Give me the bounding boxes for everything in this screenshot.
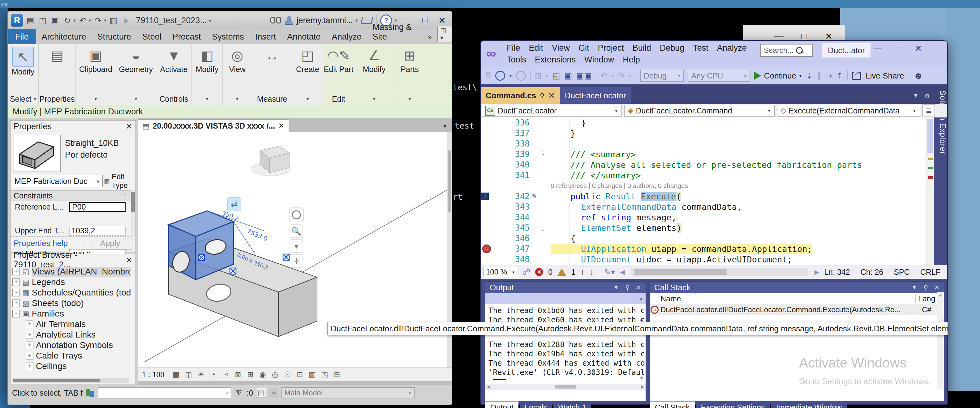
- expand-icon[interactable]: +: [13, 289, 20, 297]
- code-line[interactable]: 346{: [481, 233, 926, 244]
- glyph-margin[interactable]: [481, 254, 494, 265]
- parts-icon[interactable]: ⊞: [404, 47, 415, 65]
- ribbon-group-label[interactable]: Controls: [156, 93, 191, 105]
- tab-exception-settings[interactable]: Exception Settings: [696, 402, 770, 408]
- tree-item-sheets-todo-[interactable]: +▧Sheets (todo): [11, 298, 130, 308]
- detail-level-icon[interactable]: ▦: [171, 370, 181, 379]
- split-view-icon[interactable]: ≣: [923, 105, 935, 117]
- code-line[interactable]: →347UIApplication uiapp = commandData.Ap…: [481, 244, 926, 254]
- pin-icon[interactable]: ▼: [167, 47, 181, 65]
- apply-button[interactable]: Apply: [88, 237, 132, 250]
- column-name[interactable]: Name: [650, 294, 681, 303]
- ribbon-button-activate[interactable]: Activate: [160, 65, 188, 73]
- param-value-field[interactable]: P00: [69, 202, 126, 212]
- save-icon[interactable]: ▣: [564, 71, 572, 81]
- open-icon[interactable]: ◰: [37, 15, 48, 25]
- expand-icon[interactable]: -: [13, 310, 20, 318]
- redo-caret-icon[interactable]: ▾: [104, 17, 107, 23]
- editor-vscrollbar[interactable]: [926, 117, 934, 265]
- ribbon-tab-file[interactable]: File: [8, 29, 36, 44]
- collapse-icon[interactable]: ◂: [209, 17, 211, 23]
- code-cleanup-icon[interactable]: ✎▾: [604, 267, 615, 277]
- constraints-section-header[interactable]: Constraints⌃: [11, 191, 130, 201]
- expand-icon[interactable]: +: [26, 352, 33, 359]
- tab-locals[interactable]: Locals: [520, 402, 552, 408]
- tree-item-legends[interactable]: +▤Legends: [11, 277, 130, 287]
- tab-command-cs[interactable]: Command.cs ⚲ ✕: [481, 87, 560, 104]
- revit-logo-icon[interactable]: R: [11, 14, 23, 27]
- ribbon-button-parts[interactable]: Parts: [401, 65, 418, 73]
- view-tab-list-caret-icon[interactable]: ▼: [442, 123, 452, 132]
- ribbon-button-create[interactable]: Create: [296, 65, 319, 73]
- tree-item-cable-trays[interactable]: +Cable Trays: [11, 351, 130, 361]
- minimize-button[interactable]: —: [873, 43, 882, 54]
- tree-item-families[interactable]: -▣Families: [11, 308, 130, 319]
- code-line[interactable]: 348UIDocument uidoc = uiapp.ActiveUIDocu…: [481, 254, 926, 265]
- group-caret-icon[interactable]: ▾: [236, 96, 239, 102]
- ribbon-tab-precast[interactable]: Precast: [167, 30, 207, 44]
- filter-icon[interactable]: ⧨: [234, 388, 243, 397]
- ribbon-group-label[interactable]: ▾: [76, 93, 116, 105]
- ribbon-tab-structure[interactable]: Structure: [92, 30, 137, 44]
- code-line[interactable]: 341/// </summary>: [481, 170, 926, 181]
- visual-style-icon[interactable]: ◫: [183, 370, 193, 379]
- type-selector-dropdown[interactable]: MEP Fabrication Duc∨: [12, 175, 103, 187]
- window-menu-caret-icon[interactable]: ▼: [911, 284, 918, 291]
- modify-tools-icon[interactable]: ◧: [201, 47, 214, 65]
- glyph-margin[interactable]: →: [481, 244, 494, 254]
- geometry-icon[interactable]: ◒: [132, 47, 140, 65]
- group-caret-icon[interactable]: ▾: [95, 96, 97, 102]
- modify-panel-toggle-icon[interactable]: ◫ ▾: [438, 25, 452, 42]
- reveal-constraints-icon[interactable]: ⊟: [332, 370, 342, 379]
- tree-item-annotation-symbols[interactable]: +Annotation Symbols: [11, 340, 130, 351]
- live-share-label[interactable]: Live Share: [865, 71, 904, 81]
- expand-icon[interactable]: +: [26, 341, 33, 349]
- redo-icon[interactable]: ↷: [93, 15, 103, 25]
- type-dropdown[interactable]: ◈ DuctFaceLocator.Command▼: [624, 105, 775, 116]
- save-all-icon[interactable]: ▣▣: [576, 71, 592, 81]
- create-icon[interactable]: ◰: [301, 47, 314, 65]
- view-tab-3d[interactable]: ⬒ 20.00.xxxx.3D VISTAS 3D xxxx /... ✕: [138, 119, 289, 132]
- measure-icon[interactable]: ↔: [266, 47, 279, 65]
- group-caret-icon[interactable]: ▾: [34, 96, 36, 102]
- close-button[interactable]: ✕: [435, 16, 449, 25]
- ribbon-group-label[interactable]: ▾: [395, 93, 425, 105]
- temporary-hide-icon[interactable]: ◎: [270, 370, 280, 379]
- pin-icon[interactable]: ⚲: [924, 284, 928, 291]
- fold-icon[interactable]: -: [542, 225, 544, 230]
- glyph-margin[interactable]: [481, 138, 494, 149]
- close-icon[interactable]: ✕: [548, 91, 555, 100]
- exclude-options-icon[interactable]: ⌁: [269, 388, 278, 397]
- code-line[interactable]: 339-/// <summary>: [481, 149, 926, 159]
- modify-line-icon[interactable]: ∠: [368, 47, 380, 65]
- expand-icon[interactable]: +: [26, 363, 33, 370]
- tree-item-air-terminals[interactable]: +Air Terminals: [11, 319, 130, 330]
- print-preview-icon[interactable]: ◳: [320, 370, 329, 379]
- tree-item-ceilings[interactable]: +Ceilings: [11, 361, 130, 371]
- menu-file[interactable]: File: [507, 43, 520, 53]
- tree-item-views-airplan-nombrev[interactable]: +◱Views (AIRPLAN_NombreV: [11, 267, 130, 277]
- group-caret-icon[interactable]: ▾: [409, 96, 411, 102]
- show-crop-icon[interactable]: ⊠: [233, 370, 243, 379]
- view-properties-icon[interactable]: ⊡: [295, 370, 305, 379]
- code-line[interactable]: 337}: [481, 128, 926, 138]
- glyph-margin[interactable]: [481, 212, 494, 222]
- signed-in-user[interactable]: jeremy.tammi...: [296, 16, 353, 25]
- group-caret-icon[interactable]: ▾: [307, 96, 309, 102]
- hscroll-right-icon[interactable]: ▶: [815, 268, 819, 276]
- glyph-margin[interactable]: [481, 159, 494, 170]
- editor-hscrollbar[interactable]: [632, 268, 807, 276]
- call-stack-frame-row[interactable]: ➔ DuctFaceLocator.dll!DuctFaceLocator.Co…: [650, 304, 944, 315]
- warning-count[interactable]: 1: [571, 268, 575, 277]
- menu-project[interactable]: Project: [598, 43, 624, 53]
- properties-scrollbar[interactable]: [131, 191, 135, 237]
- member-dropdown[interactable]: ◇ Execute(ExternalCommandData comm▼: [777, 105, 920, 116]
- glyph-margin[interactable]: I↑: [481, 191, 494, 202]
- tree-item-schedules-quantities-tod[interactable]: +▦Schedules/Quantities (todo: [11, 287, 130, 298]
- back-caret-icon[interactable]: ▾: [509, 73, 512, 78]
- design-option-dropdown[interactable]: ∨: [98, 387, 231, 398]
- ribbon-tab-massing-site[interactable]: Massing & Site: [367, 20, 425, 44]
- print-icon[interactable]: ▥: [108, 15, 119, 25]
- ribbon-group-label[interactable]: Properties: [39, 93, 75, 105]
- minimize-icon[interactable]: —: [774, 31, 784, 41]
